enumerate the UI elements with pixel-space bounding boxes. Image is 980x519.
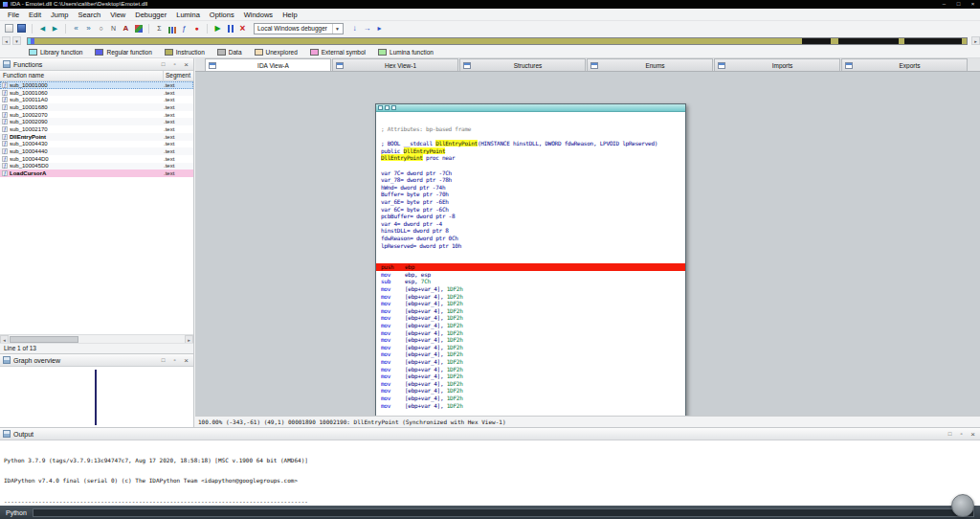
back-icon[interactable]: [37, 23, 48, 34]
function-row[interactable]: fsub_10001060.text: [0, 89, 193, 97]
stack-var-line[interactable]: hinstDLL= dword ptr 8: [381, 227, 682, 235]
function-row[interactable]: fsub_100045D0.text: [0, 163, 193, 170]
function-row[interactable]: fsub_10002170.text: [0, 125, 193, 133]
instruction-line[interactable]: mov[ebp+var_4], 1DF2h: [381, 293, 682, 301]
function-row[interactable]: fsub_10001680.text: [0, 103, 193, 111]
basic-block-node[interactable]: ; Attributes: bp-based frame ; BOOL __st…: [375, 103, 686, 416]
horizontal-scrollbar[interactable]: ◂ ▸: [0, 334, 193, 343]
instruction-line[interactable]: mov[ebp+var_4], 1DF2h: [381, 314, 682, 322]
dock-icon[interactable]: [946, 430, 954, 439]
close-icon[interactable]: [182, 356, 190, 365]
function-row[interactable]: fsub_10002070.text: [0, 111, 193, 119]
stack-var-line[interactable]: lpReserved= dword ptr 10h: [381, 242, 682, 250]
stack-var-line[interactable]: var_4= dword ptr -4: [381, 220, 682, 228]
instruction-line[interactable]: mov[ebp+var_4], 1DF2h: [381, 329, 682, 337]
function-row-dllentrypoint[interactable]: fDllEntryPoint.text: [0, 133, 193, 141]
tab-imports[interactable]: Imports: [714, 58, 840, 71]
new-file-icon[interactable]: [5, 24, 13, 33]
tab-ida-view-a[interactable]: IDA View-A: [205, 58, 331, 71]
navband-right-icon[interactable]: ▸: [971, 36, 980, 45]
close-icon[interactable]: [969, 430, 977, 439]
function-row[interactable]: fsub_10004440.text: [0, 147, 193, 155]
python-cli-selector[interactable]: Python: [6, 509, 27, 516]
instruction-line[interactable]: movebp, esp: [381, 271, 682, 279]
instruction-line[interactable]: mov[ebp+var_4], 1DF2h: [381, 358, 682, 366]
column-segment[interactable]: Segment: [164, 71, 193, 80]
instruction-line[interactable]: mov[ebp+var_4], 1DF2h: [381, 336, 682, 344]
proc-line[interactable]: DllEntryPoint proc near: [381, 154, 682, 162]
pause-icon[interactable]: [225, 23, 235, 34]
node-titlebar[interactable]: [376, 104, 685, 112]
redo-icon[interactable]: [83, 23, 94, 34]
sum-icon[interactable]: [154, 23, 165, 34]
tab-enums[interactable]: Enums: [587, 58, 713, 71]
stack-var-line[interactable]: fdwReason= dword ptr 0Ch: [381, 235, 682, 242]
undo-icon[interactable]: [71, 23, 81, 34]
save-icon[interactable]: [17, 24, 26, 33]
menu-edit[interactable]: Edit: [24, 9, 46, 21]
instruction-line[interactable]: mov[ebp+var_4], 1DF2h: [381, 387, 682, 395]
instruction-line[interactable]: subesp, 7Ch: [381, 278, 682, 285]
function-icon[interactable]: [179, 23, 189, 34]
minimize-button[interactable]: –: [937, 0, 951, 9]
close-icon[interactable]: [182, 60, 190, 69]
instruction-line[interactable]: mov[ebp+var_4], 1DF2h: [381, 285, 682, 293]
function-row[interactable]: fsub_100044D0.text: [0, 155, 193, 163]
graph-overview-canvas[interactable]: [0, 367, 193, 427]
step-over-icon[interactable]: [362, 23, 372, 34]
menu-help[interactable]: Help: [278, 9, 301, 21]
instruction-line[interactable]: mov[ebp+var_4], 1DF2h: [381, 350, 682, 358]
output-log[interactable]: Python 3.7.9 (tags/v3.7.9:13c94747c7, Au…: [0, 440, 980, 506]
graph-overview-titlebar[interactable]: Graph overview: [0, 354, 193, 367]
text-icon[interactable]: [121, 23, 131, 34]
breakpoint-instruction-line[interactable]: pushebp: [376, 263, 685, 271]
tab-structures[interactable]: Structures: [459, 58, 586, 71]
float-icon[interactable]: [170, 60, 179, 69]
close-button[interactable]: ×: [966, 0, 980, 9]
float-icon[interactable]: [957, 430, 966, 439]
float-icon[interactable]: [170, 356, 179, 365]
instruction-line[interactable]: mov[ebp+var_4], 1DF2h: [381, 402, 682, 410]
navigation-band[interactable]: [27, 37, 968, 45]
function-row-loadcursora[interactable]: fLoadCursorA.text: [0, 169, 193, 177]
instruction-line[interactable]: mov[ebp+var_4], 1DF2h: [381, 372, 682, 380]
stack-var-line[interactable]: var_78= dword ptr -78h: [381, 176, 682, 184]
forward-icon[interactable]: [50, 23, 60, 34]
stack-var-line[interactable]: hWnd= dword ptr -74h: [381, 184, 682, 192]
chart-icon[interactable]: [167, 23, 177, 34]
function-row[interactable]: fsub_10002090.text: [0, 118, 193, 125]
public-line[interactable]: public DllEntryPoint: [381, 147, 682, 155]
function-row[interactable]: fsub_10001000.text: [0, 81, 193, 89]
instruction-line[interactable]: mov[ebp+var_4], 1DF2h: [381, 380, 682, 388]
scrollbar-thumb[interactable]: [10, 336, 78, 343]
dock-icon[interactable]: [159, 60, 167, 69]
graph-view-canvas[interactable]: ; Attributes: bp-based frame ; BOOL __st…: [195, 72, 980, 416]
webcam-overlay-bubble[interactable]: [951, 494, 974, 517]
stack-var-line[interactable]: var_6C= byte ptr -6Ch: [381, 206, 682, 214]
breakpoint-icon[interactable]: [191, 23, 202, 34]
menu-jump[interactable]: Jump: [46, 9, 73, 21]
comment-line[interactable]: ; Attributes: bp-based frame: [381, 125, 682, 133]
dock-icon[interactable]: [159, 356, 167, 365]
step-into-icon[interactable]: [349, 23, 360, 34]
instruction-line[interactable]: mov[ebp+var_4], 1DF2h: [381, 322, 682, 329]
menu-lumina[interactable]: Lumina: [171, 9, 205, 21]
stack-var-line[interactable]: var_7C= dword ptr -7Ch: [381, 169, 682, 177]
function-row[interactable]: fsub_10004430.text: [0, 141, 193, 148]
stack-var-line[interactable]: var_6E= byte ptr -6Eh: [381, 198, 682, 206]
names-icon[interactable]: [108, 23, 119, 34]
search-icon[interactable]: [96, 23, 106, 34]
tab-hex-view-1[interactable]: Hex View-1: [332, 58, 458, 71]
functions-panel-titlebar[interactable]: Functions: [0, 58, 193, 71]
function-row[interactable]: fsub_100011A0.text: [0, 96, 193, 103]
column-function-name[interactable]: Function name: [0, 71, 164, 80]
menu-windows[interactable]: Windows: [239, 9, 278, 21]
tab-exports[interactable]: Exports: [841, 58, 968, 71]
functions-list[interactable]: fsub_10001000.text fsub_10001060.text fs…: [0, 81, 193, 334]
output-titlebar[interactable]: Output: [0, 428, 980, 440]
navband-zoom-icon[interactable]: ▾: [12, 36, 21, 45]
python-cli-input[interactable]: [33, 508, 974, 517]
instruction-line[interactable]: mov[ebp+var_4], 1DF2h: [381, 300, 682, 307]
debugger-select[interactable]: Local Windows debugger ▼: [254, 23, 344, 34]
instruction-line[interactable]: mov[ebp+var_4], 1DF2h: [381, 366, 682, 373]
